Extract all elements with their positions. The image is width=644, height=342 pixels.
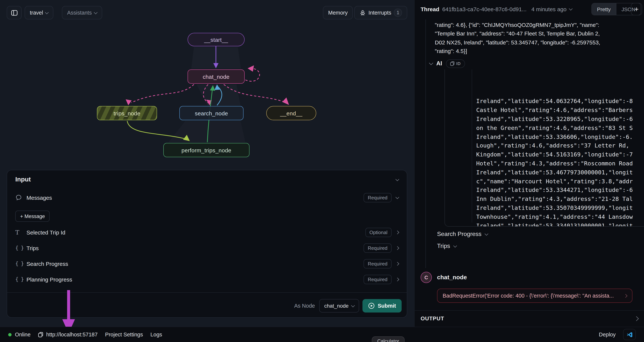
tool-call-code-block: Ireland","latitude":54.0632764,"longitud… xyxy=(444,69,644,227)
server-url: http://localhost:57187 xyxy=(46,331,98,337)
as-node-value: chat_node xyxy=(324,303,349,309)
thread-connector-line xyxy=(426,20,426,268)
chevron-right-icon xyxy=(396,246,399,250)
required-badge: Required xyxy=(364,193,392,202)
online-label: Online xyxy=(15,331,30,337)
chevron-right-icon xyxy=(396,230,399,234)
section-label: Search Progress xyxy=(437,231,482,237)
required-badge: Required xyxy=(364,275,392,284)
code-line: c","name":"Harcourt Hotel","rating":3.8,… xyxy=(476,177,644,186)
node-label: perform_trips_node xyxy=(182,147,231,153)
code-line: Hotel","rating":4.3,"address":"Roscommon… xyxy=(476,159,644,168)
play-circle-icon xyxy=(368,302,375,309)
chevron-down-icon xyxy=(453,244,457,247)
chevron-right-icon xyxy=(634,316,638,321)
ai-label: AI xyxy=(436,60,442,67)
optional-badge: Optional xyxy=(365,228,392,237)
section-label: Trips xyxy=(437,243,450,249)
graph-node-perform-trips[interactable]: perform_trips_node xyxy=(163,143,250,157)
copy-id-button[interactable]: ID xyxy=(446,59,465,68)
status-bar: Online http://localhost:57187 Project Se… xyxy=(0,327,644,342)
code-line: Ireland","latitude":53.33401310000001,"l… xyxy=(476,222,644,227)
node-label: __start__ xyxy=(204,36,228,43)
toggle-pretty[interactable]: Pretty xyxy=(592,3,616,15)
graph-node-chat[interactable]: chat_node xyxy=(188,69,244,84)
code-line: Kingdom","latitude":54.5163169,"longitud… xyxy=(476,150,644,159)
copy-icon xyxy=(38,332,43,337)
tool-message-line: "rating": 4.5}] xyxy=(435,47,639,55)
tool-message-text: "rating": 4.6}, {"id": "ChIJMQYhsoQOZ0gR… xyxy=(435,21,639,55)
calculator-chip[interactable]: Calculator xyxy=(372,336,404,342)
code-line: Ireland","latitude":53.3344271,"longitud… xyxy=(476,186,644,195)
chevron-down-icon xyxy=(396,195,399,199)
ai-message-header: AI ID xyxy=(430,59,465,68)
code-line: Castle Hotel","rating":4.6,"address":"Ba… xyxy=(476,106,644,115)
thread-title: Thread xyxy=(421,6,439,12)
code-line: Ireland","latitude":53.46779730000001,"l… xyxy=(476,168,644,177)
chevron-down-icon xyxy=(569,7,573,11)
as-node-select[interactable]: chat_node xyxy=(320,299,359,312)
code-line: Ireland","latitude":54.0632764,"longitud… xyxy=(476,97,644,106)
node-label: trips_node xyxy=(114,110,140,116)
server-url-button[interactable]: http://localhost:57187 xyxy=(38,331,98,337)
bug-icon xyxy=(360,10,366,16)
interrupts-label: Interrupts xyxy=(368,10,391,16)
code-lines: Ireland","latitude":54.0632764,"longitud… xyxy=(476,71,644,227)
thread-id: 641fb1a3-ca7c-40ee-87c6-0d91... xyxy=(442,6,526,12)
chevron-down-icon[interactable] xyxy=(429,61,433,65)
node-avatar: C xyxy=(421,272,432,283)
submit-button[interactable]: Submit xyxy=(362,299,402,312)
id-badge-label: ID xyxy=(456,61,461,66)
code-line: Lough","rating":4.6,"address":"37 Letter… xyxy=(476,142,644,151)
thread-time: 4 minutes ago xyxy=(532,6,566,12)
tool-message-line: "rating": 4.6}, {"id": "ChIJMQYhsoQOZ0gR… xyxy=(435,21,639,29)
code-line: Ireland","latitude":53.3228965,"longitud… xyxy=(476,115,644,124)
online-status: Online xyxy=(8,331,30,337)
new-thread-button[interactable]: + xyxy=(631,3,642,15)
project-settings-link[interactable]: Project Settings xyxy=(105,331,143,337)
chevron-down-icon xyxy=(94,10,98,14)
code-line: Inn Dublin","rating":4.3,"address":"21-2… xyxy=(476,195,644,204)
message-node-name: chat_node xyxy=(437,274,467,281)
app-screen: __start__ chat_node trips_node search_no… xyxy=(0,0,644,342)
output-section-toggle[interactable]: OUTPUT xyxy=(415,311,644,326)
chevron-down-icon xyxy=(351,303,355,307)
code-line: Ireland","latitude":53.35070349999999,"l… xyxy=(476,204,644,213)
chevron-down-icon xyxy=(484,232,488,235)
collapse-input-chevron-icon[interactable] xyxy=(396,177,399,181)
code-line: Ireland","latitude":53.336606,"longitude… xyxy=(476,133,644,142)
tool-message-line: D02 NX25, Ireland", "latitude": 53.34574… xyxy=(435,38,639,47)
submit-label: Submit xyxy=(378,303,396,309)
required-badge: Required xyxy=(364,243,392,253)
interrupts-count-badge: 1 xyxy=(394,9,402,17)
code-line: on the Green","rating":4.6,"address":"83… xyxy=(476,124,644,133)
memory-button[interactable]: Memory xyxy=(323,6,353,20)
interrupts-button[interactable]: Interrupts 1 xyxy=(354,6,408,20)
graph-node-end[interactable]: __end__ xyxy=(266,106,316,120)
thread-header: Thread 641fb1a3-ca7c-40ee-87c6-0d91... 4… xyxy=(415,0,644,18)
online-dot-icon xyxy=(8,333,12,336)
section-search-progress[interactable]: Search Progress xyxy=(437,231,488,237)
required-badge: Required xyxy=(364,259,392,268)
chevron-right-icon xyxy=(624,294,628,298)
logs-link[interactable]: Logs xyxy=(150,331,162,337)
code-indent-guide xyxy=(472,69,472,223)
copy-icon xyxy=(450,61,454,66)
section-trips[interactable]: Trips xyxy=(437,243,456,249)
deploy-link[interactable]: Deploy xyxy=(599,331,616,337)
graph-node-start[interactable]: __start__ xyxy=(188,33,244,46)
chevron-right-icon xyxy=(396,262,399,265)
thread-time-dropdown[interactable]: 4 minutes ago xyxy=(532,6,572,12)
thread-panel: Thread 641fb1a3-ca7c-40ee-87c6-0d91... 4… xyxy=(415,0,644,327)
node-label: __end__ xyxy=(280,110,302,116)
memory-label: Memory xyxy=(328,10,348,16)
error-message-row[interactable]: BadRequestError('Error code: 400 - {\'er… xyxy=(437,289,632,303)
graph-node-search[interactable]: search_node xyxy=(179,106,244,120)
vscode-icon xyxy=(626,331,633,338)
output-label: OUTPUT xyxy=(421,315,635,321)
pointer-arrow xyxy=(0,0,82,327)
open-in-vscode-button[interactable] xyxy=(623,329,636,340)
node-label: search_node xyxy=(195,110,228,116)
graph-node-trips[interactable]: trips_node xyxy=(97,106,157,120)
graph-panel: __start__ chat_node trips_node search_no… xyxy=(0,0,415,327)
